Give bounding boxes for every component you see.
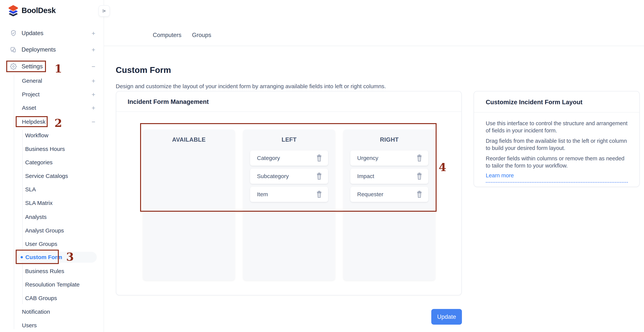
field-card-impact[interactable]: Impact — [350, 169, 428, 184]
incident-form-management-panel: Incident Form Management AVAILABLE LEFT … — [116, 91, 462, 295]
app-window: BoolDesk Updates + — [0, 0, 644, 332]
sidebar-item-label: Custom Form — [25, 254, 62, 260]
sidebar-item-categories[interactable]: Categories — [0, 158, 104, 167]
column-header: LEFT — [243, 136, 335, 143]
sidebar-item-label: Deployments — [22, 46, 56, 53]
expand-icon[interactable]: + — [92, 46, 95, 53]
field-card-urgency[interactable]: Urgency — [350, 151, 428, 166]
sidebar-item-label: Resoulution Template — [25, 281, 80, 288]
sidebar-item-label: Categories — [25, 159, 52, 166]
tabbar-divider — [104, 46, 644, 46]
sidebar-item-label: CAB Groups — [25, 295, 57, 301]
sidebar-item-general[interactable]: General + — [0, 76, 104, 85]
sidebar-item-business-rules[interactable]: Business Rules — [0, 267, 104, 276]
sidebar-item-users[interactable]: Users — [0, 321, 104, 330]
expand-icon[interactable]: + — [92, 91, 95, 98]
tab-computers[interactable]: Computers — [153, 32, 182, 38]
sidebar-item-label: SLA — [25, 186, 36, 193]
panel-title: Customize Incident Form Layout — [486, 99, 582, 106]
remove-field-button[interactable] — [416, 155, 422, 162]
field-label: Requester — [357, 191, 383, 197]
trash-icon — [316, 172, 322, 180]
panel-body: Use this interface to control the struct… — [486, 120, 628, 183]
remove-field-button[interactable] — [316, 191, 322, 198]
sidebar-item-label: Asset — [22, 105, 36, 111]
sidebar-item-updates[interactable]: Updates + — [0, 29, 104, 38]
expand-icon[interactable]: + — [92, 30, 95, 36]
learn-more-row: Learn more — [486, 172, 628, 183]
panel-header-divider — [116, 111, 461, 112]
sidebar-item-label: Users — [22, 322, 37, 329]
learn-more-link[interactable]: Learn more — [486, 172, 514, 178]
sidebar-item-sla[interactable]: SLA — [0, 185, 104, 194]
gear-icon — [10, 63, 17, 70]
sidebar-item-analyst-groups[interactable]: Analyst Groups — [0, 226, 104, 235]
devices-icon — [10, 46, 17, 53]
remove-field-button[interactable] — [416, 172, 422, 180]
sidebar-item-label: SLA Matrix — [25, 200, 52, 206]
remove-field-button[interactable] — [316, 172, 322, 180]
trash-icon — [416, 155, 422, 162]
active-bullet-dot — [20, 256, 23, 258]
collapse-expanded-icon[interactable]: − — [92, 63, 95, 70]
expand-icon[interactable]: + — [92, 105, 95, 111]
field-card-subcategory[interactable]: Subcategory — [250, 169, 328, 184]
field-card-requester[interactable]: Requester — [350, 187, 428, 202]
column-header: AVAILABLE — [143, 136, 235, 143]
sidebar-item-workflow[interactable]: Workflow — [0, 131, 104, 140]
remove-field-button[interactable] — [316, 155, 322, 162]
sidebar-item-resoulution-template[interactable]: Resoulution Template — [0, 280, 104, 289]
info-paragraph: Use this interface to control the struct… — [486, 120, 628, 134]
sidebar-item-label: Notification — [22, 309, 50, 315]
sidebar-item-asset[interactable]: Asset + — [0, 103, 104, 112]
sidebar-item-business-hours[interactable]: Business Hours — [0, 145, 104, 154]
panel-header-divider — [474, 112, 639, 113]
info-paragraph: Reorder fields within columns or remove … — [486, 155, 628, 169]
column-header: RIGHT — [343, 136, 435, 143]
expand-icon[interactable]: + — [92, 78, 95, 84]
sidebar-item-helpdesk[interactable]: Helpdesk − — [0, 117, 104, 126]
field-label: Category — [257, 155, 280, 161]
sidebar-item-label: Helpdesk — [22, 119, 46, 125]
tab-groups[interactable]: Groups — [192, 32, 212, 38]
right-column[interactable]: RIGHT Urgency Impact — [343, 130, 435, 280]
sidebar-item-notification[interactable]: Notification — [0, 307, 104, 316]
sidebar-item-cab-groups[interactable]: CAB Groups — [0, 294, 104, 303]
trash-icon — [416, 172, 422, 180]
sidebar-item-user-groups[interactable]: User Groups — [0, 239, 104, 249]
sidebar-item-project[interactable]: Project + — [0, 90, 104, 99]
info-paragraph: Drag fields from the available list to t… — [486, 137, 628, 152]
field-card-item[interactable]: Item — [250, 187, 328, 202]
sidebar-item-label: Analysts — [25, 214, 46, 220]
sidebar-item-label: Business Hours — [25, 146, 65, 152]
sidebar-collapse-button[interactable] — [98, 5, 110, 17]
update-button[interactable]: Update — [431, 309, 462, 325]
shield-check-icon — [10, 30, 17, 37]
sidebar-item-label: Workflow — [25, 132, 48, 139]
sidebar-item-custom-form-active[interactable]: Custom Form — [18, 252, 97, 263]
trash-icon — [416, 191, 422, 198]
sidebar-item-sla-matrix[interactable]: SLA Matrix — [0, 198, 104, 207]
sidebar-item-service-catalogs[interactable]: Service Catalogs — [0, 171, 104, 180]
remove-field-button[interactable] — [416, 191, 422, 198]
field-label: Subcategory — [257, 173, 289, 179]
collapse-expanded-icon[interactable]: − — [92, 119, 95, 125]
sidebar-item-label: Analyst Groups — [25, 227, 64, 234]
content-tabs: Computers Groups — [153, 32, 211, 38]
sidebar-item-deployments[interactable]: Deployments + — [0, 45, 104, 54]
sidebar-item-label: User Groups — [25, 241, 57, 247]
field-card-category[interactable]: Category — [250, 151, 328, 166]
panel-title: Incident Form Management — [128, 98, 209, 105]
left-column[interactable]: LEFT Category Subcategory — [243, 130, 335, 280]
page-title: Custom Form — [116, 65, 171, 75]
sidebar-item-label: Business Rules — [25, 268, 64, 274]
sidebar-item-analysts[interactable]: Analysts — [0, 212, 104, 221]
brand-logo[interactable]: BoolDesk — [8, 4, 56, 16]
sidebar-item-label: General — [22, 78, 42, 84]
sidebar-item-label: Project — [22, 91, 40, 98]
trash-icon — [316, 155, 322, 162]
sidebar-item-settings[interactable]: Settings − — [0, 62, 104, 71]
available-column[interactable]: AVAILABLE — [143, 130, 235, 280]
sidebar-item-label: Service Catalogs — [25, 173, 68, 179]
field-label: Item — [257, 191, 268, 197]
